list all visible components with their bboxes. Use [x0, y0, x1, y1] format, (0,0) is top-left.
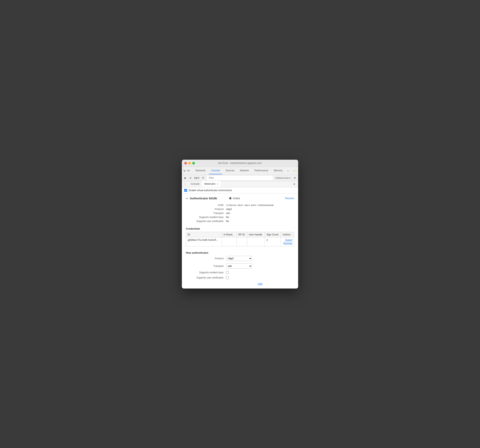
chevron-down-icon: ▾	[289, 177, 290, 179]
export-credential-link[interactable]: Export	[283, 239, 292, 241]
warning-count: 3	[295, 170, 296, 172]
panel-tab-console[interactable]: Console	[188, 181, 202, 187]
remove-credential-link[interactable]: Remove	[283, 242, 292, 245]
transport-row: Transport usb	[186, 211, 294, 215]
titlebar: DevTools - webauthndemo.appspot.com/	[182, 160, 298, 167]
device-toolbar-button[interactable]	[187, 168, 190, 173]
warning-badge[interactable]: ⚠ 3	[291, 170, 298, 172]
new-authenticator-section-title: New authenticator	[186, 251, 294, 254]
close-webauthn-tab-button[interactable]: ✕	[217, 183, 218, 185]
panel-tab-webauthn[interactable]: WebAuthn ✕	[202, 181, 221, 187]
resident-keys-value: No	[226, 216, 229, 219]
add-authenticator-link[interactable]: Add	[186, 282, 294, 285]
console-settings-button[interactable]: ⚙	[293, 176, 297, 180]
panel-tab-console-label: Console	[191, 183, 199, 185]
authenticator-properties: UUID 7cf6a7e2-0537-48c4-b9fe-f3653826d19…	[186, 203, 294, 223]
authenticator-title-group: ✏ Authenticator 6d19b	[186, 197, 217, 200]
tab-performance[interactable]: Performance	[252, 167, 271, 174]
credential-is-resident	[222, 237, 237, 246]
new-auth-resident-keys-row: Supports resident keys	[186, 271, 294, 274]
col-rp-id: RP ID	[237, 232, 247, 237]
more-tabs-button[interactable]: »	[286, 170, 290, 172]
tab-memory[interactable]: Memory	[271, 167, 285, 174]
col-id: ID	[186, 232, 222, 237]
authenticator-title: Authenticator 6d19b	[190, 197, 217, 200]
filter-input[interactable]	[207, 176, 273, 180]
col-actions: Actions	[281, 232, 294, 237]
new-auth-protocol-label: Protocol	[186, 257, 226, 260]
new-auth-transport-select[interactable]: usb nfc ble internal	[226, 263, 252, 269]
credential-row: gi9DBsn77iLAXdK7es5UR... 2 Export Remove	[186, 237, 294, 246]
new-auth-protocol-row: Protocol ctap2 u2f	[186, 256, 294, 261]
warning-icon: ⚠	[293, 170, 295, 172]
context-selector[interactable]: top ▾	[193, 176, 200, 180]
panel-menu-button[interactable]: ⋮	[184, 183, 187, 186]
new-auth-protocol-select[interactable]: ctap2 u2f	[226, 256, 252, 261]
uuid-row: UUID 7cf6a7e2-0537-48c4-b9fe-f3653826d19…	[186, 203, 294, 207]
panel-tabs: ⋮ Console WebAuthn ✕ ✕	[182, 181, 298, 187]
enable-virtual-authenticator-row: Enable virtual authenticator environment	[182, 187, 298, 193]
new-auth-resident-keys-checkbox[interactable]	[226, 271, 229, 274]
top-label: top	[194, 177, 198, 179]
new-authenticator-form: Protocol ctap2 u2f Transport usb nfc ble…	[186, 256, 294, 285]
run-button[interactable]: ▶	[183, 176, 187, 180]
user-verification-row: Supports user verification No	[186, 219, 294, 223]
credential-id: gi9DBsn77iLAXdK7es5UR...	[186, 237, 222, 246]
enable-virtual-authenticator-checkbox[interactable]	[184, 189, 187, 192]
console-toolbar: ▶ ⊘ top ▾ 👁 Default levels ▾ ⚙	[182, 175, 298, 181]
cursor-icon	[184, 169, 186, 172]
tab-console[interactable]: Console	[209, 167, 222, 174]
new-auth-transport-label: Transport	[186, 265, 226, 268]
new-auth-user-verification-checkbox[interactable]	[226, 276, 229, 279]
tab-elements[interactable]: Elements	[193, 167, 208, 174]
active-label: Active	[233, 197, 240, 200]
transport-value: usb	[226, 212, 230, 214]
tab-network[interactable]: Network	[238, 167, 251, 174]
main-content: ✏ Authenticator 6d19b Active Remove UUID…	[182, 193, 298, 289]
uuid-label: UUID	[186, 204, 226, 207]
close-button[interactable]	[184, 162, 187, 165]
svg-rect-1	[189, 170, 190, 171]
col-is-resident: Is Resid...	[222, 232, 237, 237]
credentials-section-title: Credentials	[186, 227, 294, 230]
credential-actions: Export Remove	[281, 237, 294, 246]
stop-button[interactable]: ⊘	[188, 176, 193, 180]
maximize-button[interactable]	[192, 162, 195, 165]
chevron-down-icon: ▾	[198, 177, 199, 179]
tab-sources[interactable]: Sources	[223, 167, 237, 174]
authenticator-header: ✏ Authenticator 6d19b Active Remove	[186, 197, 294, 200]
active-radio-group: Active	[229, 197, 240, 200]
edit-authenticator-icon[interactable]: ✏	[186, 197, 188, 200]
resident-keys-row: Supports resident keys No	[186, 215, 294, 219]
credential-sign-count: 2	[265, 237, 281, 246]
credential-rp-id	[237, 237, 247, 246]
col-sign-count: Sign Count	[265, 232, 281, 237]
credentials-table: ID Is Resid... RP ID User Handle Sign Co…	[186, 232, 294, 247]
col-user-handle: User Handle	[247, 232, 265, 237]
protocol-value: ctap2	[226, 208, 232, 211]
uuid-value: 7cf6a7e2-0537-48c4-b9fe-f3653826d19b	[226, 204, 274, 207]
panel-close-button[interactable]: ✕	[292, 182, 296, 186]
panel-tab-webauthn-label: WebAuthn	[204, 183, 216, 185]
window-title: DevTools - webauthndemo.appspot.com/	[218, 162, 262, 165]
inspect-element-button[interactable]	[184, 168, 186, 173]
default-levels-label: Default levels	[275, 177, 289, 179]
credentials-table-header-row: ID Is Resid... RP ID User Handle Sign Co…	[186, 232, 294, 237]
transport-label: Transport	[186, 212, 226, 214]
minimize-button[interactable]	[188, 162, 191, 165]
eye-button[interactable]: 👁	[201, 176, 205, 180]
new-auth-user-verification-label: Supports user verification	[186, 276, 226, 279]
enable-virtual-authenticator-label: Enable virtual authenticator environment	[189, 189, 232, 192]
new-auth-user-verification-row: Supports user verification	[186, 276, 294, 279]
resident-keys-label: Supports resident keys	[186, 216, 226, 219]
devtools-toolbar: Elements Console Sources Network Perform…	[182, 167, 298, 175]
protocol-label: Protocol	[186, 208, 226, 211]
remove-authenticator-link[interactable]: Remove	[285, 197, 294, 200]
protocol-row: Protocol ctap2	[186, 207, 294, 211]
user-verification-label: Supports user verification	[186, 220, 226, 223]
credential-user-handle	[247, 237, 265, 246]
default-levels-dropdown[interactable]: Default levels ▾	[274, 176, 292, 180]
new-auth-transport-row: Transport usb nfc ble internal	[186, 263, 294, 269]
active-radio[interactable]	[229, 197, 232, 200]
user-verification-value: No	[226, 220, 229, 223]
